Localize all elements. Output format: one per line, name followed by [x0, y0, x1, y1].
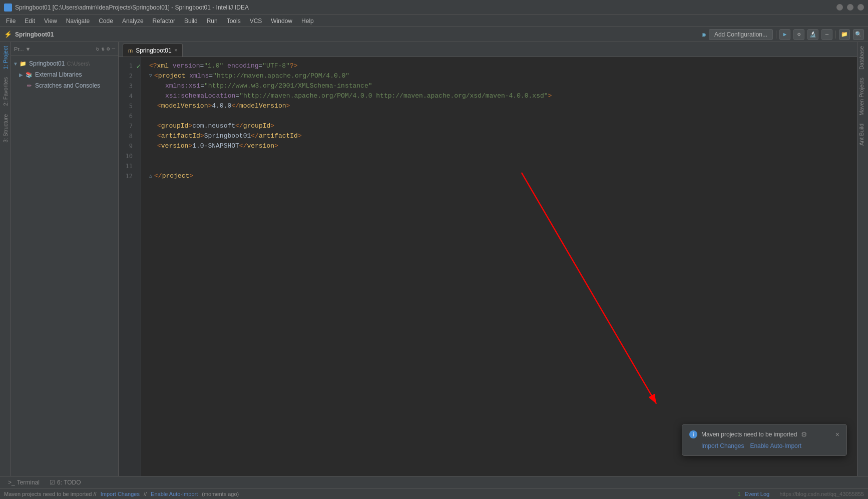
vtab-structure[interactable]: 3: Structure	[2, 110, 10, 147]
terminal-icon: >_	[8, 479, 15, 486]
notification-settings-button[interactable]: ⚙	[801, 430, 807, 438]
code-line-4: xsi:schemaLocation="http://maven.apache.…	[149, 91, 849, 101]
maven-projects-panel-tab[interactable]: Maven Projects	[857, 74, 868, 120]
code-line-7: <groupId>com.neusoft</groupId>	[149, 121, 849, 131]
right-panels: Database Maven Projects Ant Build	[857, 42, 868, 476]
menu-window[interactable]: Window	[267, 17, 296, 26]
editor-content: 1 2 3 4 5 6 7 8 9 10 11 12	[119, 57, 857, 476]
editor-tabs: m Springboot01 ×	[119, 42, 857, 57]
sidebar-tabs: Pr... ▼ ↻ ⇅ ⚙ —	[11, 42, 118, 56]
notification-popup: i Maven projects need to be imported ⚙ ×…	[682, 424, 847, 456]
minimize-button[interactable]	[836, 4, 843, 11]
code-line-8: <artifactId>Springboot01</artifactId>	[149, 131, 849, 141]
status-time: (moments ago)	[202, 491, 239, 497]
status-message: Maven projects need to be imported //	[4, 491, 97, 497]
sidebar-refresh-btn[interactable]: ↻	[96, 46, 100, 52]
open-in-finder-button[interactable]: 📁	[839, 29, 850, 40]
menu-analyze[interactable]: Analyze	[118, 17, 148, 26]
project-tree: ▼ 📁 Springboot01 C:\Users\ ▶ 📚 External …	[11, 56, 118, 93]
menu-run[interactable]: Run	[203, 17, 222, 26]
more-run-button[interactable]: ⋯	[821, 29, 832, 40]
project-sidebar: Pr... ▼ ↻ ⇅ ⚙ — ▼ 📁 Springboot01 C:\User…	[11, 42, 119, 476]
tree-item-label: Springboot01	[29, 60, 65, 67]
menu-tools[interactable]: Tools	[223, 17, 245, 26]
fold-icon-12[interactable]: △	[149, 171, 152, 181]
left-vtabs: 1: Project 2: Favorites 3: Structure	[0, 42, 11, 476]
tab-close-button[interactable]: ×	[175, 48, 178, 53]
library-icon: 📚	[25, 71, 33, 79]
code-line-11	[149, 161, 849, 171]
gutter: 1 2 3 4 5 6 7 8 9 10 11 12	[119, 61, 137, 181]
tree-item-scratches[interactable]: ✏ Scratches and Consoles	[11, 80, 118, 91]
status-enable-autoimport-link[interactable]: Enable Auto-Import	[151, 491, 198, 497]
code-line-6	[149, 111, 849, 121]
enable-auto-import-link[interactable]: Enable Auto-Import	[750, 442, 801, 449]
window-controls	[836, 4, 864, 11]
tree-item-label-scratches: Scratches and Consoles	[35, 82, 100, 89]
validation-check-icon: ✓	[137, 61, 141, 71]
event-log-link[interactable]: Event Log	[745, 491, 770, 497]
menu-view[interactable]: View	[40, 17, 61, 26]
menu-refactor[interactable]: Refactor	[149, 17, 179, 26]
search-everywhere-button[interactable]: 🔍	[853, 29, 864, 40]
titlebar: Springboot01 [C:\Users\admin\IdeaProject…	[0, 0, 868, 15]
todo-icon: ☑	[50, 479, 55, 486]
code-line-9: <version>1.0-SNAPSHOT</version>	[149, 141, 849, 151]
code-line-5: <modelVersion>4.0.0</modelVersion>	[149, 101, 849, 111]
terminal-tab[interactable]: >_ Terminal	[4, 478, 44, 487]
notification-close-button[interactable]: ×	[835, 430, 839, 438]
code-line-1: <?xml version="1.0" encoding="UTF-8"?>	[149, 61, 849, 71]
event-log-badge: 1	[738, 491, 741, 497]
vtab-favorites[interactable]: 2: Favorites	[2, 73, 10, 110]
tree-item-path: C:\Users\	[67, 61, 90, 67]
editor-area[interactable]: 1 2 3 4 5 6 7 8 9 10 11 12	[119, 57, 857, 476]
project-label: ⚡	[4, 31, 12, 38]
run-button[interactable]: ▶	[779, 29, 790, 40]
content-area: 1: Project 2: Favorites 3: Structure Pr.…	[0, 42, 868, 476]
code-line-2: ▽<project xmlns="http://maven.apache.org…	[149, 71, 849, 81]
tree-item-springboot01[interactable]: ▼ 📁 Springboot01 C:\Users\	[11, 58, 118, 69]
statusbar: Maven projects need to be imported // Im…	[0, 488, 868, 499]
menu-build[interactable]: Build	[180, 17, 202, 26]
window-title: Springboot01 [C:\Users\admin\IdeaProject…	[15, 4, 836, 11]
code-editor[interactable]: <?xml version="1.0" encoding="UTF-8"?> ▽…	[141, 57, 857, 476]
sidebar-close-btn[interactable]: —	[112, 46, 115, 52]
tab-file-icon: m	[128, 48, 133, 54]
editor-tab-springboot01[interactable]: m Springboot01 ×	[123, 44, 183, 57]
tab-label: Springboot01	[136, 47, 171, 54]
debug-button[interactable]: ⚙	[793, 29, 804, 40]
expand-arrow-libs: ▶	[19, 72, 25, 78]
top-toolbar: ⚡ Springboot01 ◉ Add Configuration... ▶ …	[0, 27, 868, 42]
url-display: https://blog.csdn.net/qq_43055855	[779, 491, 864, 497]
notification-info-icon: i	[689, 430, 697, 438]
add-configuration-button[interactable]: Add Configuration...	[709, 29, 773, 40]
status-import-changes-link[interactable]: Import Changes	[101, 491, 140, 497]
terminal-label: Terminal	[17, 479, 40, 486]
menu-navigate[interactable]: Navigate	[62, 17, 94, 26]
notification-links: Import Changes Enable Auto-Import	[689, 442, 839, 449]
toolbar-separator-2	[835, 31, 836, 39]
menu-vcs[interactable]: VCS	[246, 17, 266, 26]
line-numbers: 1 2 3 4 5 6 7 8 9 10 11 12	[119, 57, 141, 476]
import-changes-link[interactable]: Import Changes	[701, 442, 744, 449]
fold-icon-2[interactable]: ▽	[149, 71, 152, 81]
tree-item-label-libs: External Libraries	[35, 71, 82, 78]
menu-help[interactable]: Help	[297, 17, 318, 26]
sidebar-collapse-btn[interactable]: ⇅	[101, 46, 105, 52]
menu-edit[interactable]: Edit	[21, 17, 39, 26]
run-config-icon: ◉	[702, 31, 706, 39]
coverage-button[interactable]: 🔬	[807, 29, 818, 40]
todo-tab[interactable]: ☑ 6: TODO	[46, 478, 85, 487]
notification-header: i Maven projects need to be imported ⚙ ×	[689, 430, 839, 438]
tree-item-external-libraries[interactable]: ▶ 📚 External Libraries	[11, 69, 118, 80]
menu-file[interactable]: File	[2, 17, 20, 26]
ant-build-panel-tab[interactable]: Ant Build	[857, 120, 868, 150]
close-button[interactable]	[857, 4, 864, 11]
database-panel-tab[interactable]: Database	[857, 42, 868, 74]
menubar: File Edit View Navigate Code Analyze Ref…	[0, 15, 868, 27]
maximize-button[interactable]	[847, 4, 853, 11]
todo-label: 6: TODO	[57, 479, 81, 486]
sidebar-settings-btn[interactable]: ⚙	[107, 46, 110, 52]
vtab-project[interactable]: 1: Project	[2, 42, 10, 73]
menu-code[interactable]: Code	[95, 17, 117, 26]
